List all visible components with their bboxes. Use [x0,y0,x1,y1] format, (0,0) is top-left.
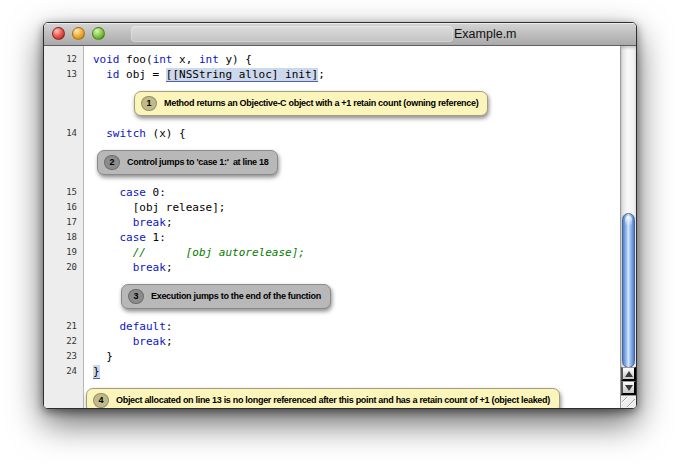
code-text: break; [84,215,173,230]
bubble-text: Method returns an Objective-C object wit… [164,98,478,108]
bubble-text: Control jumps to 'case 1:' at line 18 [127,157,268,167]
code-line: 14 switch (x) { [44,126,620,141]
source-code-view: 12void foo(int x, int y) {13 id obj = [[… [44,46,620,408]
line-number: 15 [44,185,84,200]
code-text: } [84,349,113,364]
code-text: break; [84,334,173,349]
analyzer-bubble-3: 3Execution jumps to the end of the funct… [121,284,331,309]
code-line: 21 default: [44,319,620,334]
bubble-index-badge: 1 [141,96,157,111]
bubble-index-badge: 3 [128,289,144,304]
code-line: 15 case 0: [44,185,620,200]
keyword-token: case [120,186,147,199]
analyzer-range-highlight: } [93,365,100,379]
analyzer-bubble-2: 2Control jumps to 'case 1:' at line 18 [97,150,278,175]
scrollbar-thumb[interactable] [622,213,635,368]
analyzer-bubble-row: 2Control jumps to 'case 1:' at line 18 [97,150,620,175]
plain-token: : [166,320,173,333]
plain-token [93,335,133,348]
plain-token: 0: [146,186,166,199]
line-number: 22 [44,334,84,349]
code-text: case 0: [84,185,166,200]
analyzer-range-highlight: [[NSString alloc] init] [166,68,318,82]
window-titlebar[interactable]: Example.m [44,23,636,46]
code-line: 19 // [obj autorelease]; [44,245,620,260]
keyword-token: break [133,335,166,348]
plain-token [93,231,120,244]
plain-token: obj = [120,68,166,81]
line-number: 14 [44,126,84,141]
plain-token [93,68,106,81]
zoom-button[interactable] [92,27,105,40]
plain-token [93,186,120,199]
line-number: 24 [44,364,84,379]
analyzer-bubble-row: 1Method returns an Objective-C object wi… [134,91,620,116]
plain-token [93,127,106,140]
plain-token [93,320,120,333]
line-number: 18 [44,230,84,245]
down-arrow-icon [625,385,633,391]
analyzer-bubble-4: 4Object allocated on line 13 is no longe… [86,388,560,408]
scroll-down-button[interactable] [621,381,636,395]
code-text: } [84,364,100,379]
line-number: 23 [44,349,84,364]
plain-token: [obj release]; [93,201,225,214]
keyword-token: break [133,261,166,274]
plain-token [93,216,133,229]
close-button[interactable] [52,27,65,40]
code-text: switch (x) { [84,126,186,141]
code-line: 24} [44,364,620,379]
app-window: Example.m 12void foo(int x, int y) {13 i… [43,22,637,409]
analyzer-bubble-row: 3Execution jumps to the end of the funct… [121,284,620,309]
bubble-text: Object allocated on line 13 is no longer… [116,395,550,405]
analyzer-bubble-1: 1Method returns an Objective-C object wi… [134,91,488,116]
plain-token [93,261,133,274]
plain-token: x, [173,53,200,66]
code-line: 13 id obj = [[NSString alloc] init]; [44,67,620,82]
code-line: 20 break; [44,260,620,275]
code-text: case 1: [84,230,166,245]
desktop-background: Example.m 12void foo(int x, int y) {13 i… [0,0,675,467]
line-number: 20 [44,260,84,275]
line-number: 17 [44,215,84,230]
plain-token: ; [166,216,173,229]
keyword-token: void [93,53,120,66]
keyword-token: default [120,320,166,333]
titlebar-panel [131,26,453,42]
line-number: 21 [44,319,84,334]
bubble-text: Execution jumps to the end of the functi… [151,291,321,301]
code-text: [obj release]; [84,200,225,215]
up-arrow-icon [625,371,633,377]
plain-token: foo( [120,53,153,66]
editor-content-area: 12void foo(int x, int y) {13 id obj = [[… [44,46,636,408]
scroll-up-button[interactable] [621,367,636,381]
comment-token: // [obj autorelease]; [93,246,305,259]
code-text: void foo(int x, int y) { [84,52,252,67]
minimize-button[interactable] [72,27,85,40]
keyword-token: int [153,53,173,66]
line-number: 16 [44,200,84,215]
analyzer-bubble-row: 4Object allocated on line 13 is no longe… [86,388,620,408]
code-line: 17 break; [44,215,620,230]
code-line: 22 break; [44,334,620,349]
code-text: break; [84,260,173,275]
code-line: 23 } [44,349,620,364]
keyword-token: break [133,216,166,229]
resize-grip[interactable] [621,395,636,408]
line-number: 19 [44,245,84,260]
traffic-light-buttons [52,27,105,40]
plain-token: ; [166,335,173,348]
code-line: 18 case 1: [44,230,620,245]
vertical-scrollbar[interactable] [620,46,636,408]
plain-token: ; [166,261,173,274]
plain-token: y) { [219,53,252,66]
keyword-token: int [199,53,219,66]
code-text: default: [84,319,172,334]
line-number: 12 [44,52,84,67]
keyword-token: case [120,231,147,244]
code-text: // [obj autorelease]; [84,245,305,260]
line-number: 13 [44,67,84,82]
plain-token: } [93,350,113,363]
code-line: 16 [obj release]; [44,200,620,215]
keyword-token: id [106,68,119,81]
